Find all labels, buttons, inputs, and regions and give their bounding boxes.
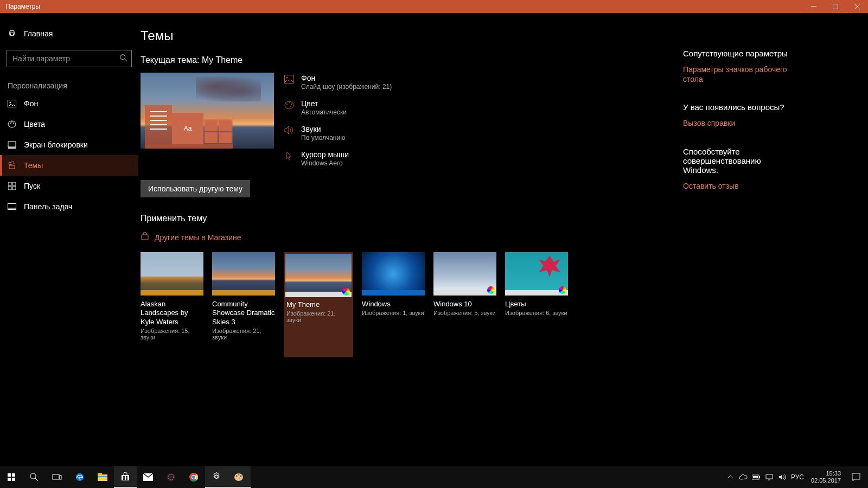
svg-rect-63: [852, 473, 860, 479]
svg-rect-40: [123, 476, 125, 478]
tray-language[interactable]: РУС: [789, 466, 806, 488]
theme-meta: Изображения: 1, звуки: [362, 310, 425, 316]
theme-icon: [8, 161, 16, 170]
theme-title: Цветы: [505, 300, 568, 309]
svg-rect-38: [98, 476, 107, 477]
svg-point-51: [192, 476, 195, 479]
help-link[interactable]: Вызов справки: [683, 118, 792, 128]
svg-rect-15: [12, 182, 16, 185]
tray-date: 02.05.2017: [811, 477, 841, 484]
store-link[interactable]: Другие темы в Магазине: [141, 232, 585, 242]
theme-card-3[interactable]: WindowsИзображения: 1, звуки: [362, 252, 425, 357]
theme-card-1[interactable]: Community Showcase Dramatic Skies 3Изобр…: [212, 252, 275, 357]
tray-chevron-up-icon[interactable]: [724, 466, 736, 488]
theme-prop-sound[interactable]: ЗвукиПо умолчанию: [284, 125, 392, 142]
start-button[interactable]: [0, 466, 23, 488]
taskbar-mail[interactable]: [137, 466, 159, 488]
settings-sidebar: Главная Персонализация ФонЦветаЭкран бло…: [0, 13, 138, 466]
theme-title: Alaskan Landscapes by Kyle Waters: [141, 300, 203, 326]
taskbar-explorer[interactable]: [91, 466, 114, 488]
maximize-button[interactable]: [825, 0, 846, 13]
svg-point-9: [10, 123, 11, 124]
feedback-header: Способствуйте совершенствованию Windows.: [683, 147, 792, 175]
svg-point-31: [30, 473, 36, 479]
feedback-link[interactable]: Оставить отзыв: [683, 181, 792, 191]
sidebar-item-3[interactable]: Темы: [0, 155, 138, 176]
palette-icon: [8, 120, 16, 129]
action-center-button[interactable]: [846, 473, 866, 481]
sidebar-item-4[interactable]: Пуск: [0, 176, 138, 196]
taskbar-edge[interactable]: [68, 466, 91, 488]
apply-theme-header: Применить тему: [141, 214, 585, 223]
theme-card-4[interactable]: Windows 10Изображения: 5, звуки: [433, 252, 496, 357]
sidebar-item-label: Темы: [24, 161, 43, 170]
prop-value: По умолчанию: [301, 134, 345, 142]
theme-prop-color[interactable]: ЦветАвтоматически: [284, 99, 392, 116]
tray-battery-icon[interactable]: [750, 466, 762, 488]
svg-rect-34: [60, 476, 61, 479]
theme-properties: ФонСлайд-шоу (изображений: 21)ЦветАвтома…: [284, 73, 392, 167]
theme-card-5[interactable]: ЦветыИзображения: 6, звуки: [505, 252, 568, 357]
svg-rect-59: [759, 476, 760, 478]
sidebar-item-1[interactable]: Цвета: [0, 114, 138, 134]
minimize-button[interactable]: [803, 0, 825, 13]
tray-clock[interactable]: 15:33 02.05.2017: [807, 470, 845, 484]
lock-icon: [8, 140, 16, 149]
svg-line-32: [35, 478, 38, 481]
sidebar-item-label: Пуск: [24, 182, 40, 190]
taskbar: РУС 15:33 02.05.2017: [0, 466, 868, 488]
sidebar-item-5[interactable]: Панель задач: [0, 196, 138, 217]
window-titlebar: Параметры: [0, 0, 868, 13]
theme-preview[interactable]: Aa: [141, 73, 274, 149]
gear-icon: [8, 29, 16, 38]
search-input[interactable]: [7, 50, 132, 67]
sound-icon: [284, 125, 295, 142]
prop-title: Цвет: [301, 99, 347, 108]
theme-prop-picture[interactable]: ФонСлайд-шоу (изображений: 21): [284, 74, 392, 91]
home-link[interactable]: Главная: [0, 23, 138, 44]
prop-value: Слайд-шоу (изображений: 21): [301, 83, 392, 91]
theme-thumbnail: [505, 252, 568, 296]
svg-rect-61: [766, 474, 773, 479]
sidebar-item-label: Экран блокировки: [24, 140, 88, 149]
svg-point-21: [286, 77, 288, 79]
close-button[interactable]: [846, 0, 868, 13]
main-area: Темы Текущая тема: My Theme Aa ФонСлайд-…: [138, 13, 868, 466]
taskbar-store[interactable]: [114, 466, 137, 488]
svg-rect-0: [811, 6, 816, 7]
taskbar-settings[interactable]: [205, 466, 228, 488]
tray-network-icon[interactable]: [763, 466, 775, 488]
tray-volume-icon[interactable]: [776, 466, 788, 488]
svg-rect-33: [53, 474, 59, 479]
home-label: Главная: [24, 29, 53, 38]
svg-rect-16: [8, 187, 11, 190]
sidebar-item-0[interactable]: Фон: [0, 93, 138, 114]
svg-point-56: [240, 476, 242, 477]
svg-rect-42: [123, 478, 125, 480]
search-button[interactable]: [23, 466, 46, 488]
theme-title: Windows: [362, 300, 425, 309]
svg-rect-20: [285, 75, 294, 84]
questions-header: У вас появились вопросы?: [683, 102, 792, 112]
taskbar-paint[interactable]: [228, 466, 251, 488]
theme-card-0[interactable]: Alaskan Landscapes by Kyle WatersИзображ…: [141, 252, 203, 357]
tray-onedrive-icon[interactable]: [737, 466, 749, 488]
theme-title: Windows 10: [433, 300, 496, 309]
taskbar-chrome[interactable]: [182, 466, 205, 488]
svg-point-54: [236, 476, 238, 477]
use-other-theme-button[interactable]: Использовать другую тему: [141, 180, 250, 197]
svg-rect-12: [8, 142, 16, 147]
taskview-button[interactable]: [46, 466, 68, 488]
related-header: Сопутствующие параметры: [683, 49, 792, 58]
section-label: Персонализация: [8, 81, 138, 90]
taskbar-app-red[interactable]: [159, 466, 182, 488]
theme-meta: Изображения: 5, звуки: [433, 310, 496, 316]
svg-rect-18: [8, 204, 16, 210]
sidebar-item-label: Фон: [24, 99, 38, 108]
sidebar-item-2[interactable]: Экран блокировки: [0, 134, 138, 155]
desktop-icons-link[interactable]: Параметры значков рабочего стола: [683, 65, 792, 84]
svg-rect-28: [12, 473, 15, 477]
theme-prop-cursor[interactable]: Курсор мышиWindows Aero: [284, 150, 392, 167]
theme-card-2[interactable]: My ThemeИзображения: 21, звуки: [284, 252, 353, 357]
svg-rect-39: [122, 475, 129, 480]
